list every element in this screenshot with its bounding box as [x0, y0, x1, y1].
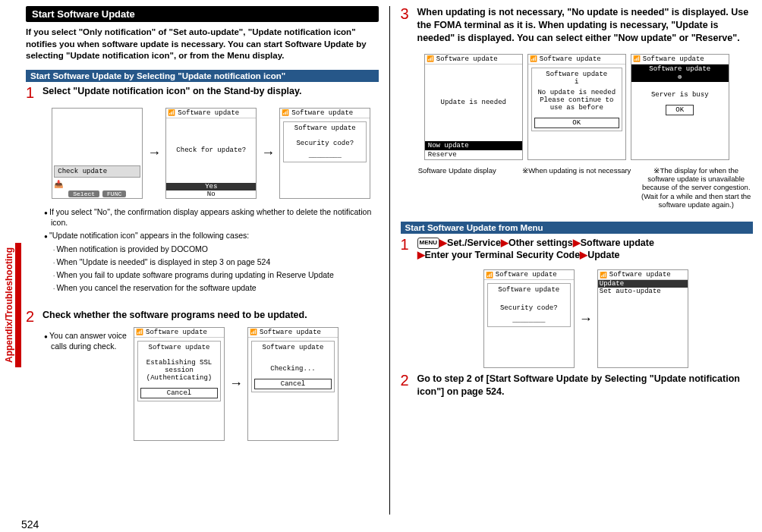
caption: Software Update display: [401, 166, 515, 209]
screen-no-update: 📶Software update Software update i No up…: [527, 54, 626, 160]
screen-checking: 📶Software update Software update Checkin…: [247, 327, 338, 441]
menu-step-2: 2 Go to step 2 of [Start Software Update…: [401, 373, 754, 398]
screen-title: Software update: [496, 271, 557, 279]
screen-text: Checking...: [254, 365, 332, 373]
cancel-button: Cancel: [140, 388, 218, 398]
arrow-icon: →: [579, 311, 593, 327]
menu-step-1: 1 MENU▶Set./Service▶Other settings▶Softw…: [401, 237, 754, 263]
screens-row-3: 📶Software update Update is needed Now up…: [401, 54, 754, 160]
side-tab: Appendix/Troubleshooting: [3, 243, 21, 367]
option-yes: Yes: [166, 183, 256, 190]
sub-bullet: When you fail to update software program…: [53, 269, 379, 281]
sub-bullet: When "Update is needed" is displayed in …: [53, 257, 379, 268]
screen-subtitle: Software update i: [534, 71, 619, 86]
bullet-item: If you select "No", the confirmation dis…: [44, 206, 379, 228]
screen-update-menu: 📶Software update Update Set auto-update: [597, 269, 688, 368]
caption: ※The display for when the software updat…: [640, 166, 754, 209]
option-reserve: Reserve: [425, 150, 522, 159]
left-column: Start Software Update If you select "Onl…: [9, 6, 379, 515]
screen-title: Software update: [643, 55, 704, 63]
option-no: No: [166, 190, 256, 198]
step-2: 2 Check whether the software programs ne…: [26, 309, 379, 324]
step-number: 3: [401, 6, 414, 21]
screen-title: Software update: [291, 109, 353, 117]
option-now-update: Now update: [425, 141, 522, 150]
step-number: 2: [401, 373, 414, 388]
bullets-1: If you select "No", the confirmation dis…: [44, 206, 379, 301]
subsection-header: Start Software Update by Selecting "Upda…: [26, 70, 379, 82]
arrow-icon: →: [147, 145, 161, 161]
screen-subtitle: Software update Security code? ________: [283, 121, 367, 162]
step-3: 3 When updating is not necessary, "No up…: [401, 6, 754, 45]
screen-title: Software update: [178, 109, 239, 117]
arrow-icon: →: [261, 145, 275, 161]
input-line: ________: [490, 316, 568, 324]
ok-button: OK: [534, 118, 619, 128]
screen-subtitle: Software update: [490, 286, 568, 294]
ok-button: OK: [666, 105, 694, 115]
screen-captions: Software Update display ※When updating i…: [401, 166, 754, 209]
screen-standby: Check update 📥 Select FUNC: [52, 108, 143, 199]
screen-text: Check for update?: [176, 146, 246, 154]
screen-title: Software update: [540, 55, 601, 63]
arrow-icon: →: [229, 376, 243, 392]
step-text: Check whether the software programs need…: [43, 309, 307, 322]
screen-security: 📶Software update Software update Securit…: [279, 108, 370, 199]
step-number: 1: [401, 237, 414, 252]
option-update: Update: [598, 280, 688, 288]
option-set-auto: Set auto-update: [598, 288, 688, 295]
right-column: 3 When updating is not necessary, "No up…: [401, 6, 754, 515]
status-icons: 📥: [52, 179, 142, 190]
bullet-item: You can answer voice calls during check.: [44, 330, 128, 352]
step-text: MENU▶Set./Service▶Other settings▶Softwar…: [417, 237, 654, 263]
softkey-func: FUNC: [102, 190, 126, 197]
step-text: Select "Update notification icon" on the…: [43, 85, 302, 98]
bullet-item: "Update notification icon" appears in th…: [44, 230, 379, 241]
screen-ssl: 📶Software update Software update Establi…: [134, 327, 225, 441]
screen-title: Software update: [436, 55, 498, 63]
screen-text: Server is busy: [651, 91, 709, 99]
screen-title: Software update: [609, 271, 671, 279]
screen-confirm: 📶Software update Check for update? Yes N…: [165, 108, 257, 199]
screen-update-needed: 📶Software update Update is needed Now up…: [424, 54, 523, 160]
section-header: Start Software Update: [26, 6, 379, 22]
screens-row-1: Check update 📥 Select FUNC → 📶Software u…: [44, 108, 379, 199]
step-number: 2: [26, 309, 39, 324]
step-text: Go to step 2 of [Start Software Update b…: [417, 373, 754, 398]
step-text: When updating is not necessary, "No upda…: [417, 6, 754, 45]
sub-bullet: When notification is provided by DOCOMO: [53, 244, 379, 255]
screen-security-menu: 📶Software update Software update Securit…: [483, 269, 575, 368]
step-1: 1 Select "Update notification icon" on t…: [26, 85, 379, 100]
subsection-header: Start Software Update from Menu: [401, 222, 754, 234]
screen-subtitle: Software update: [254, 344, 332, 351]
screen-server-busy: 📶Software update Software update⊗ Server…: [631, 54, 729, 160]
screens-row-menu: 📶Software update Software update Securit…: [419, 269, 754, 368]
screen-title: Software update: [260, 329, 321, 336]
intro-text: If you select "Only notification" of "Se…: [26, 27, 379, 62]
screen-title: Software update: [146, 329, 207, 336]
screen-subtitle: Software update: [649, 65, 710, 73]
error-icon: ⊗: [678, 74, 682, 81]
screen-subtitle: Software update: [140, 344, 218, 351]
screen-text: Update is needed: [441, 99, 506, 106]
menu-icon: MENU: [417, 238, 440, 249]
step-number: 1: [26, 85, 39, 100]
caption: ※When updating is not necessary: [520, 166, 634, 209]
page-number: 524: [21, 518, 39, 530]
check-update-row: Check update: [54, 165, 140, 178]
sub-bullet: When you cancel the reservation for the …: [53, 282, 379, 294]
screen-text: No update is needed Please continue to u…: [534, 89, 619, 112]
cancel-button: Cancel: [254, 379, 332, 389]
screen-text: Security code?: [490, 304, 568, 312]
screen-text: Establishing SSL session (Authenticating…: [140, 359, 218, 382]
note-2: You can answer voice calls during check.: [44, 330, 128, 354]
softkey-select: Select: [68, 190, 99, 197]
